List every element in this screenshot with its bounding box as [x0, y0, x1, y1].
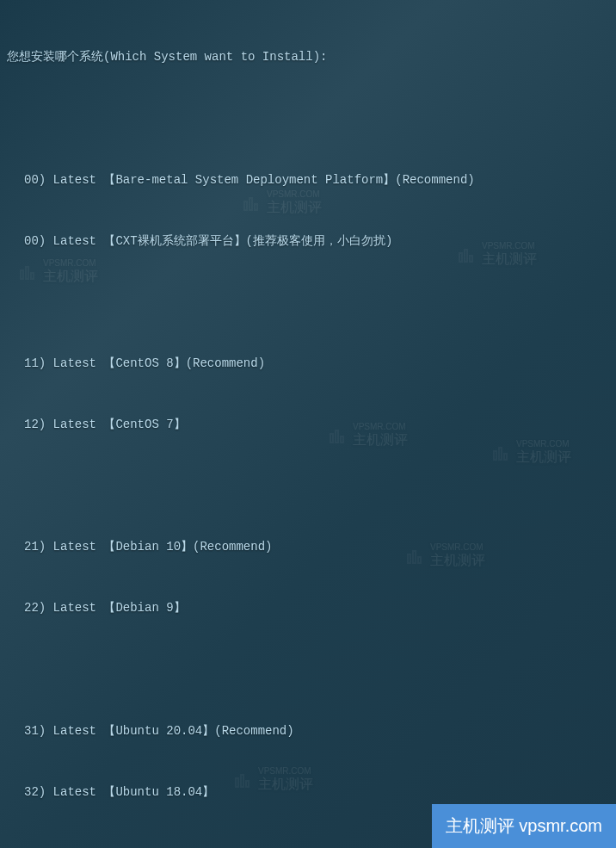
install-header: 您想安装哪个系统(Which System want to Install):: [0, 47, 616, 68]
badge-text: 主机测评 vpsmr.com: [446, 814, 602, 838]
menu-option: 21) Latest 【Debian 10】(Recommend): [0, 537, 616, 558]
menu-option: 31) Latest 【Ubuntu 20.04】(Recommend): [0, 721, 616, 742]
menu-option: 12) Latest 【CentOS 7】: [0, 415, 616, 436]
menu-option: 11) Latest 【CentOS 8】(Recommend): [0, 354, 616, 374]
menu-option: 00) Latest 【Bare-metal System Deployment…: [0, 170, 616, 191]
site-badge: 主机测评 vpsmr.com: [432, 804, 616, 848]
menu-option: 00) Latest 【CXT裸机系统部署平台】(推荐极客使用，小白勿扰): [0, 232, 616, 252]
menu-option: 32) Latest 【Ubuntu 18.04】: [0, 783, 616, 803]
terminal-output: 您想安装哪个系统(Which System want to Install): …: [0, 0, 616, 848]
menu-option: 22) Latest 【Debian 9】: [0, 598, 616, 619]
